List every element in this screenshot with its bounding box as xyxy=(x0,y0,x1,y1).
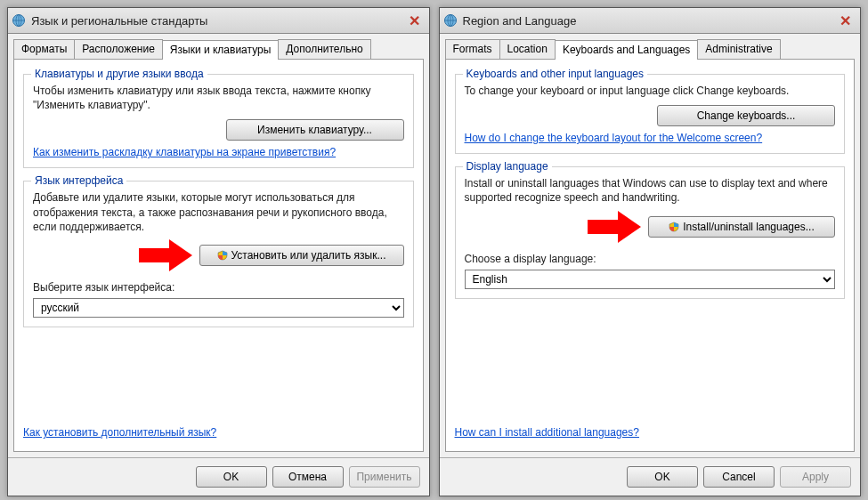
change-keyboards-label: Change keyboards... xyxy=(697,109,796,122)
window-title: Region and Language xyxy=(463,14,835,28)
close-icon[interactable]: ✕ xyxy=(834,12,856,29)
tab-formats[interactable]: Formats xyxy=(445,39,500,59)
keyboards-group-text: To change your keyboard or input languag… xyxy=(465,84,836,98)
ok-button[interactable]: OK xyxy=(627,466,698,488)
welcome-screen-link[interactable]: Как изменить раскладку клавиатуры на экр… xyxy=(33,146,336,158)
button-bar: OK Отмена Применить xyxy=(8,457,429,496)
region-language-window-en: Region and Language ✕ Formats Location K… xyxy=(439,7,862,496)
titlebar: Язык и региональные стандарты ✕ xyxy=(8,8,429,34)
tab-row: Форматы Расположение Языки и клавиатуры … xyxy=(8,34,429,59)
red-arrow-icon xyxy=(139,239,192,271)
change-keyboards-button[interactable]: Изменить клавиатуру... xyxy=(226,119,404,141)
window-title: Язык и региональные стандарты xyxy=(31,14,403,28)
install-uninstall-label: Установить или удалить язык... xyxy=(231,249,386,262)
display-language-text: Install or uninstall languages that Wind… xyxy=(465,176,836,205)
globe-icon xyxy=(12,13,26,28)
tab-row: Formats Location Keyboards and Languages… xyxy=(440,34,861,59)
tab-location[interactable]: Location xyxy=(499,39,556,59)
choose-language-label: Choose a display language: xyxy=(465,252,836,266)
cancel-button[interactable]: Отмена xyxy=(272,466,344,488)
globe-icon xyxy=(443,13,458,28)
uac-shield-icon xyxy=(669,222,679,232)
uac-shield-icon xyxy=(217,250,228,261)
button-bar: OK Cancel Apply xyxy=(440,457,861,496)
keyboards-group-legend: Клавиатуры и другие языки ввода xyxy=(31,68,207,80)
display-language-text: Добавьте или удалите языки, которые могу… xyxy=(33,190,404,234)
install-uninstall-languages-button[interactable]: Install/uninstall languages... xyxy=(648,216,835,238)
display-language-group: Display language Install or uninstall la… xyxy=(455,166,846,299)
close-icon[interactable]: ✕ xyxy=(403,12,426,29)
display-language-group: Язык интерфейса Добавьте или удалите язы… xyxy=(23,181,414,327)
cancel-button[interactable]: Cancel xyxy=(703,466,775,488)
tab-administrative[interactable]: Дополнительно xyxy=(278,39,370,59)
apply-button: Apply xyxy=(780,466,851,488)
change-keyboards-label: Изменить клавиатуру... xyxy=(257,124,372,136)
tab-formats[interactable]: Форматы xyxy=(13,39,75,59)
tab-administrative[interactable]: Administrative xyxy=(697,39,780,59)
tab-panel: Клавиатуры и другие языки ввода Чтобы из… xyxy=(13,59,424,452)
keyboards-group-legend: Keyboards and other input languages xyxy=(463,68,647,80)
region-language-window-ru: Язык и региональные стандарты ✕ Форматы … xyxy=(7,7,430,496)
red-arrow-icon xyxy=(588,211,641,243)
change-keyboards-button[interactable]: Change keyboards... xyxy=(657,105,835,126)
additional-languages-link[interactable]: How can I install additional languages? xyxy=(455,426,639,439)
keyboards-group: Клавиатуры и другие языки ввода Чтобы из… xyxy=(23,74,414,168)
display-language-select[interactable]: English xyxy=(465,270,836,289)
additional-languages-link[interactable]: Как установить дополнительный язык? xyxy=(23,426,216,439)
choose-language-label: Выберите язык интерфейса: xyxy=(33,280,404,294)
welcome-screen-link[interactable]: How do I change the keyboard layout for … xyxy=(465,132,763,144)
tab-location[interactable]: Расположение xyxy=(74,39,163,59)
tab-keyboards-languages[interactable]: Keyboards and Languages xyxy=(555,40,698,60)
tab-keyboards-languages[interactable]: Языки и клавиатуры xyxy=(162,40,279,60)
ok-button[interactable]: OK xyxy=(196,466,267,488)
display-language-select[interactable]: русский xyxy=(33,298,404,318)
display-language-legend: Язык интерфейса xyxy=(31,174,126,187)
display-language-legend: Display language xyxy=(463,160,552,173)
keyboards-group: Keyboards and other input languages To c… xyxy=(455,74,846,154)
titlebar: Region and Language ✕ xyxy=(440,8,861,34)
install-uninstall-languages-button[interactable]: Установить или удалить язык... xyxy=(199,245,404,266)
apply-button: Применить xyxy=(349,466,420,488)
keyboards-group-text: Чтобы изменить клавиатуру или язык ввода… xyxy=(33,84,404,112)
install-uninstall-label: Install/uninstall languages... xyxy=(683,221,814,233)
tab-panel: Keyboards and other input languages To c… xyxy=(445,59,856,452)
